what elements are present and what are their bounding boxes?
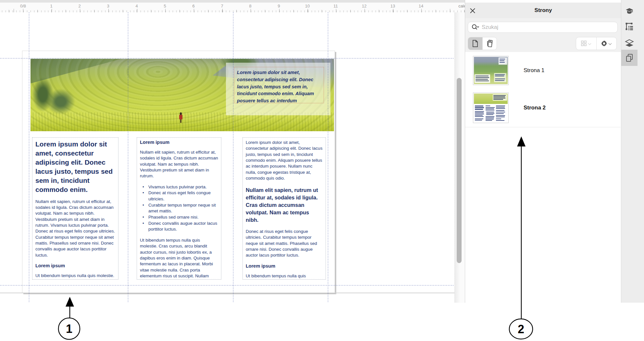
- properties-icon[interactable]: [621, 19, 638, 35]
- column1-paragraph: Ut bibendum tempus nulla quis molestie. …: [35, 273, 115, 280]
- ruler-label: 3: [101, 4, 115, 8]
- page2-thumbnail[interactable]: [473, 93, 509, 123]
- image-text-overlay[interactable]: Lorem ipsum dolor sit amet, consectetur …: [226, 63, 330, 115]
- learn-icon[interactable]: [621, 3, 638, 19]
- canvas-bottom-edge: [0, 293, 465, 293]
- objects-icon[interactable]: [621, 35, 638, 51]
- canvas-scrollbar-track[interactable]: [454, 12, 465, 303]
- ruler-label: 0/8: [16, 4, 30, 8]
- column2-paragraph: Nullam elit sapien, rutrum ut efficitur …: [140, 149, 218, 179]
- panel-title: Strony: [465, 7, 621, 14]
- panel-toolbar: [465, 18, 621, 52]
- ruler-label: 7: [215, 4, 229, 8]
- grid-view-button[interactable]: [576, 37, 596, 50]
- column-guide[interactable]: [128, 12, 128, 303]
- hero-image[interactable]: Lorem ipsum dolor sit amet, consectetur …: [31, 59, 334, 131]
- column2-paragraph: Ut bibendum tempus nulla quis molestie. …: [140, 237, 218, 280]
- search-input[interactable]: [481, 24, 614, 31]
- column3-paragraph: Lorem ipsum dolor sit amet, consectetur …: [246, 140, 323, 182]
- ruler-label: 8: [243, 4, 257, 8]
- ruler-label: 11: [328, 4, 343, 8]
- column3-paragraph: Ut bibendum tempus nulla quis molestie. …: [246, 273, 323, 280]
- page1-thumbnail[interactable]: [473, 56, 509, 85]
- chevron-down-icon: [588, 42, 591, 45]
- pages-panel: Strony: [465, 0, 621, 303]
- ruler-label: 12: [357, 4, 371, 8]
- view-options-group: [576, 37, 617, 50]
- margin-guide-top[interactable]: [0, 58, 454, 58]
- bullet-item: Vivamus luctus pulvinar porta.: [142, 184, 218, 190]
- column3-paragraph: Donec at risus eget felis congue ultrici…: [246, 229, 323, 259]
- chevron-down-icon: [609, 42, 612, 45]
- selected-text-frame[interactable]: Lorem ipsum dolor sit amet, consectetur …: [234, 67, 324, 103]
- ruler-label: 14: [414, 4, 428, 8]
- document-page[interactable]: Lorem ipsum dolor sit amet, consectetur …: [22, 51, 335, 293]
- callout-1-number: 1: [66, 322, 72, 335]
- page-list-item-strona-1[interactable]: Strona 1: [465, 52, 621, 89]
- callout-2-number: 2: [518, 322, 524, 336]
- page-mode-toggle: [468, 37, 497, 50]
- column2-bullet-list: Vivamus luctus pulvinar porta. Donec at …: [140, 184, 218, 233]
- ruler-label: 1: [44, 4, 58, 8]
- single-page-view-button[interactable]: [468, 37, 482, 50]
- page1-label: Strona 1: [524, 52, 544, 89]
- page2-label: Strona 2: [524, 89, 546, 127]
- column-guide[interactable]: [233, 12, 233, 303]
- panel-header: Strony: [465, 3, 621, 19]
- column1-heading: Lorem ipsum dolor sit amet, consectetur …: [35, 140, 115, 194]
- column3-heading: Nullam elit sapien, rutrum ut efficitur …: [246, 186, 323, 224]
- page-list-item-strona-2[interactable]: Strona 2: [465, 89, 621, 127]
- search-field[interactable]: [468, 22, 618, 33]
- column1-subheading: Lorem ipsum: [35, 263, 115, 268]
- search-icon: [471, 24, 479, 31]
- ruler-label: 4: [130, 4, 144, 8]
- bullet-item: Phasellus sed ornare nisi.: [142, 214, 218, 221]
- bullet-item: Curabitur tempus tempor neque sit amet m…: [142, 202, 218, 214]
- gear-icon: [601, 40, 607, 47]
- column1-paragraph: Nullam elit sapien, rutrum ut efficitur …: [35, 199, 115, 259]
- document-canvas[interactable]: Lorem ipsum dolor sit amet, consectetur …: [0, 12, 465, 293]
- bullet-item: Donec at risus eget felis congue ultrici…: [142, 190, 218, 202]
- overlay-text: Lorem ipsum dolor sit amet, consectetur …: [237, 69, 321, 105]
- settings-button[interactable]: [597, 37, 617, 50]
- facing-pages-view-button[interactable]: [483, 37, 497, 50]
- person-in-field: [179, 112, 182, 123]
- column-guide[interactable]: [328, 12, 328, 303]
- column2-subheading: Lorem ipsum: [140, 140, 218, 145]
- text-frame-column-2[interactable]: Lorem ipsum Nullam elit sapien, rutrum u…: [137, 137, 221, 280]
- ruler-label: 9: [272, 4, 286, 8]
- ruler-label: 2: [72, 4, 87, 8]
- ruler-label: 13: [386, 4, 400, 8]
- ruler-label: 5: [158, 4, 172, 8]
- column-guide[interactable]: [29, 12, 29, 303]
- horizontal-ruler: 0/8 1 2 3 4 5 6 7 8 9 10 11 12 13 14 cal…: [0, 3, 465, 13]
- text-frame-column-1[interactable]: Lorem ipsum dolor sit amet, consectetur …: [32, 137, 118, 280]
- ruler-ticks: [0, 9, 465, 12]
- ruler-label: 6: [186, 4, 201, 8]
- app-window: 0/8 1 2 3 4 5 6 7 8 9 10 11 12 13 14 cal…: [0, 0, 644, 341]
- bullet-item: Donec convallis augue auctor lacus portt…: [142, 221, 218, 233]
- text-frame-column-3[interactable]: Lorem ipsum dolor sit amet, consectetur …: [242, 137, 326, 280]
- callout-1: 1: [58, 297, 80, 339]
- column3-subheading: Lorem ipsum: [246, 263, 323, 269]
- docker-tab-strip: [621, 0, 644, 303]
- canvas-scrollbar-thumb[interactable]: [457, 78, 462, 263]
- pages-tab-icon[interactable]: [621, 50, 638, 66]
- hero-bush: [46, 89, 75, 115]
- ruler-label: 10: [300, 4, 315, 8]
- ruler-unit-label: cale: [447, 4, 466, 8]
- margin-guide-bottom[interactable]: [0, 285, 454, 285]
